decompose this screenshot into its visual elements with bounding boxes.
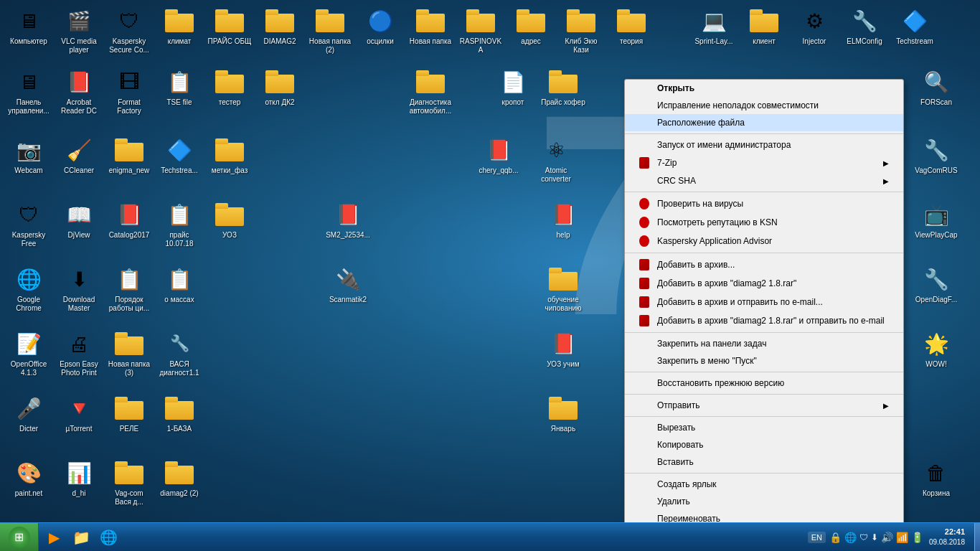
icon-kaspersky-secure[interactable]: 🛡 Kaspersky Secure Co... [104,4,154,57]
icon-recycle-bin[interactable]: 🗑 Корзина [911,456,961,501]
clock[interactable]: 22:41 09.08.2018 [929,527,971,547]
context-menu-item-copy[interactable]: Копировать [625,436,903,453]
show-desktop-button[interactable] [974,523,980,552]
icon-computer[interactable]: 🖥 Компьютер [4,4,54,49]
icon-teoria[interactable]: теория [606,4,656,49]
tray-icon-network2[interactable]: 📶 [896,532,908,543]
icon-diagnostika[interactable]: Диагностика автомобил... [405,65,456,118]
icon-utorrent[interactable]: 🔻 µTorrent [54,391,104,436]
context-menu-item-paste[interactable]: Вставить [625,453,903,471]
icon-yanvar[interactable]: Январь [538,391,588,436]
icon-ccleaner[interactable]: 🧹 CCleaner [54,133,104,178]
taskbar-media-player[interactable]: ▶ [41,524,67,550]
icon-new-folder2[interactable]: Новая папка [405,4,456,49]
icon-climate[interactable]: климат [154,4,204,49]
icon-d-hi[interactable]: 📊 d_hi [54,456,104,501]
icon-new-folder[interactable]: Новая папка (2) [305,4,355,57]
icon-catalog2017[interactable]: 📕 Catalog2017 [104,197,154,242]
tray-icon-security[interactable]: 🔒 [829,532,842,543]
icon-enigma[interactable]: enigma_new [104,133,154,178]
icon-forscan[interactable]: 🔍 FORScan [911,65,961,110]
icon-vag-com[interactable]: Vag-com Вася д... [104,456,154,509]
context-menu-item-fix-compat[interactable]: Исправление неполадок совместимости [625,97,903,114]
icon-scanmatik2[interactable]: 🔌 Scanmatik2 [323,262,373,307]
context-menu-item-send-to[interactable]: Отправить ▶ [625,397,903,414]
tray-icon-battery[interactable]: 🔋 [911,532,923,543]
icon-obuchenie[interactable]: обучение чипованию [538,262,588,316]
icon-opendiag[interactable]: 🔧 OpenDiagF... [911,262,961,307]
icon-webcam[interactable]: 📷 Webcam [4,133,54,178]
context-menu-item-pin-start[interactable]: Закрепить в меню "Пуск" [625,352,903,369]
icon-new-folder3[interactable]: Новая папка (3) [104,326,154,380]
icon-chery[interactable]: 📕 chery_qqb... [473,133,524,178]
context-menu-item-add-email[interactable]: Добавить в архив и отправить по e-mail..… [625,293,903,311]
icon-uoz-uchim[interactable]: 📕 УОЗ учим [538,326,588,372]
context-menu-item-7zip[interactable]: 7-Zip ▶ [625,154,903,172]
context-menu-item-crc-sha[interactable]: CRC SHA ▶ [625,172,903,189]
start-button[interactable]: ⊞ [0,523,39,552]
tray-icon-update[interactable]: ⬇ [871,532,878,542]
icon-tester[interactable]: тестер [204,65,255,110]
icon-adres[interactable]: адрес [506,4,556,49]
context-menu-item-run-admin[interactable]: Запуск от имени администратора [625,136,903,154]
taskbar-chrome[interactable]: 🌐 [95,524,121,550]
icon-wow[interactable]: 🌟 WOW! [911,326,961,372]
icon-klub-eco[interactable]: Клиб Экю Кази [556,4,606,57]
icon-djview[interactable]: 📖 DjView [54,197,104,242]
language-indicator[interactable]: EN [808,532,826,543]
icon-acrobat[interactable]: 📕 Acrobat Reader DC [54,65,104,118]
icon-sprint-lay[interactable]: 💻 Sprint-Lay... [689,4,739,49]
context-menu-item-add-named-email[interactable]: Добавить в архив "diamag2 1.8.rar" и отп… [625,311,903,330]
icon-techstream2[interactable]: 🔷 Techstrea... [154,133,204,178]
icon-openoffice[interactable]: 📝 OpenOffice 4.1.3 [4,326,54,380]
icon-oscilki[interactable]: 🔵 осцилки [355,4,405,49]
tray-icon-kaspersky[interactable]: 🛡 [859,532,868,542]
icon-google-chrome[interactable]: 🌐 Google Chrome [4,262,54,316]
icon-paint-net[interactable]: 🎨 paint.net [4,456,54,501]
icon-dicter[interactable]: 🎤 Dicter [4,391,54,436]
tray-icon-sound[interactable]: 🔊 [881,532,893,543]
context-menu-item-check-virus[interactable]: Проверить на вирусы [625,194,903,213]
context-menu-item-restore-version[interactable]: Восстановить прежнюю версию [625,375,903,392]
icon-viewplaycap[interactable]: 📺 ViewPlayCap [911,197,961,242]
context-menu-item-cut[interactable]: Вырезать [625,419,903,436]
icon-base1[interactable]: 1-БАЗА [154,391,204,436]
icon-atomic-conv[interactable]: ⚛ Atomic converter [531,133,581,187]
icon-techstream-r[interactable]: 🔷 Techstream [890,4,940,49]
icon-otkl-dk2[interactable]: откл ДК2 [255,65,305,110]
icon-tse-file[interactable]: 📋 TSE file [154,65,204,110]
context-menu-item-rename[interactable]: Переименовать [625,510,903,522]
icon-control-panel[interactable]: 🖥 Панель управлени... [4,65,54,118]
context-menu-item-create-shortcut[interactable]: Создать ярлык [625,476,903,493]
context-menu-item-view-ksn[interactable]: Посмотреть репутацию в KSN [625,213,903,232]
context-menu-item-add-archive[interactable]: Добавить в архив... [625,255,903,274]
icon-prise-hofer[interactable]: Прайс хофер [538,65,588,110]
icon-diamag2[interactable]: DIAMAG2 [255,4,305,49]
icon-metki-faz[interactable]: метки_фаз [204,133,255,178]
context-menu-item-file-location[interactable]: Расположение файла [625,114,903,131]
context-menu-item-delete[interactable]: Удалить [625,493,903,510]
icon-kropot[interactable]: 📄 кропот [488,65,538,110]
context-menu-item-open[interactable]: Открыть [625,80,903,97]
icon-format-factory[interactable]: 🎞 Format Factory [104,65,154,118]
icon-sm2[interactable]: 📕 SM2_J2534... [323,197,373,242]
context-menu-item-pin-taskbar[interactable]: Закрепить на панели задач [625,335,903,352]
icon-poryadok[interactable]: 📋 Порядок работы ци... [104,262,154,316]
icon-vlc[interactable]: 🎬 VLC media player [54,4,104,57]
icon-price-obsh[interactable]: ПРАЙС ОБЩ [204,4,255,49]
icon-uoz[interactable]: УОЗ [204,197,255,242]
icon-injector[interactable]: ⚙ Injector [789,4,839,49]
icon-vagcomrus[interactable]: 🔧 VagComRUS [911,133,961,178]
tray-icon-network[interactable]: 🌐 [844,532,857,543]
context-menu-item-add-archive-named[interactable]: Добавить в архив "diamag2 1.8.rar" [625,274,903,293]
icon-klient[interactable]: клиент [739,4,789,49]
taskbar-explorer[interactable]: 📁 [68,524,94,550]
icon-diamag2-2[interactable]: diamag2 (2) [154,456,204,501]
icon-raspinovka[interactable]: RASPINOVKA [456,4,506,57]
icon-epson[interactable]: 🖨 Epson Easy Photo Print [54,326,104,380]
context-menu-item-kas-advisor[interactable]: Kaspersky Application Advisor [625,232,903,250]
icon-prise-date[interactable]: 📋 прайс 10.07.18 [154,197,204,251]
icon-vasya-diag[interactable]: 🔧 ВАСЯ диагност1.1 [154,326,204,380]
icon-o-massah[interactable]: 📋 о массах [154,262,204,307]
icon-kaspersky-free[interactable]: 🛡 Kaspersky Free [4,197,54,251]
